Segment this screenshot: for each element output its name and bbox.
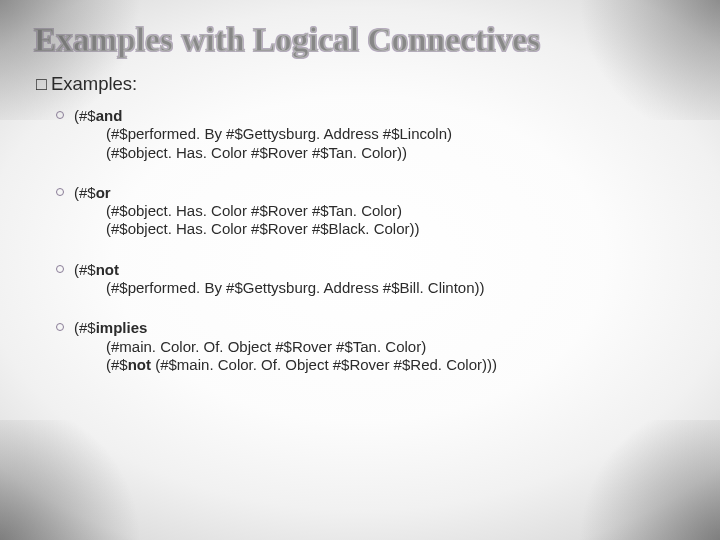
vignette-corner: [560, 0, 720, 120]
vignette-corner: [560, 420, 720, 540]
example-line: (#main. Color. Of. Object #$Rover #$Tan.…: [74, 338, 686, 356]
square-bullet-icon: □: [36, 73, 47, 95]
slide-title: Examples with Logical Connectives: [34, 22, 686, 59]
section-heading: □Examples:: [36, 73, 686, 95]
example-item: (#$or (#$object. Has. Color #$Rover #$Ta…: [56, 184, 686, 239]
example-text: (#$: [74, 184, 96, 201]
vignette-corner: [0, 0, 160, 120]
example-item: (#$and (#$performed. By #$Gettysburg. Ad…: [56, 107, 686, 162]
section-heading-text: Examples:: [51, 73, 137, 94]
vignette-corner: [0, 420, 160, 540]
example-item: (#$not (#$performed. By #$Gettysburg. Ad…: [56, 261, 686, 298]
example-text: (#$: [74, 261, 96, 278]
example-text: (#$: [74, 319, 96, 336]
example-line: (#$object. Has. Color #$Rover #$Tan. Col…: [74, 202, 686, 220]
ring-bullet-icon: [56, 323, 64, 331]
example-item: (#$implies (#main. Color. Of. Object #$R…: [56, 319, 686, 374]
operator-bold: not: [96, 261, 119, 278]
operator-bold: not: [128, 356, 151, 373]
example-line: (#$implies: [74, 319, 686, 337]
example-line: (#$object. Has. Color #$Rover #$Tan. Col…: [74, 144, 686, 162]
examples-list: (#$and (#$performed. By #$Gettysburg. Ad…: [56, 107, 686, 374]
example-text: (#$: [106, 356, 128, 373]
example-text: (#$main. Color. Of. Object #$Rover #$Red…: [151, 356, 497, 373]
example-text: (#$: [74, 107, 96, 124]
ring-bullet-icon: [56, 111, 64, 119]
operator-bold: and: [96, 107, 123, 124]
example-line: (#$or: [74, 184, 686, 202]
example-line: (#$not: [74, 261, 686, 279]
example-line: (#$and: [74, 107, 686, 125]
slide: Examples with Logical Connectives □Examp…: [0, 0, 720, 540]
example-line: (#$performed. By #$Gettysburg. Address #…: [74, 125, 686, 143]
operator-bold: implies: [96, 319, 148, 336]
ring-bullet-icon: [56, 188, 64, 196]
operator-bold: or: [96, 184, 111, 201]
example-line: (#$not (#$main. Color. Of. Object #$Rove…: [74, 356, 686, 374]
example-line: (#$object. Has. Color #$Rover #$Black. C…: [74, 220, 686, 238]
ring-bullet-icon: [56, 265, 64, 273]
example-line: (#$performed. By #$Gettysburg. Address #…: [74, 279, 686, 297]
